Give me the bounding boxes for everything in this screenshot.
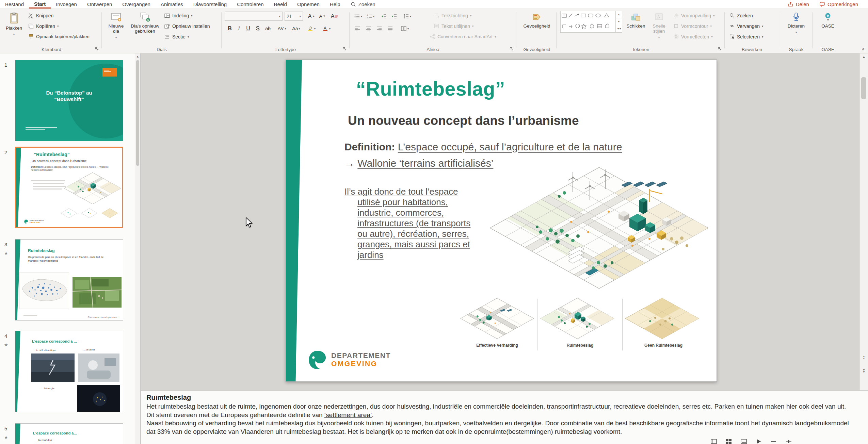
grow-font-button[interactable]: A▲ — [306, 12, 317, 21]
align-left-button[interactable] — [353, 24, 362, 33]
slide-title[interactable]: “Ruimtebeslag” — [356, 78, 505, 100]
oase-button[interactable]: OASE — [816, 10, 839, 45]
zoom-out-icon[interactable] — [771, 439, 777, 444]
tab-invoegen[interactable]: Invoegen — [51, 0, 82, 9]
status-bar-view-icons[interactable] — [711, 439, 792, 444]
font-name-combobox[interactable]: ▾ — [225, 12, 283, 21]
dialog-launcher-icon[interactable] — [342, 47, 347, 51]
text-direction-button[interactable]: Tekstrichting ▾ — [432, 11, 473, 20]
reuse-slides-button[interactable]: Dia's opnieuw gebruiken — [130, 10, 160, 45]
search-box[interactable]: Zoeken — [345, 0, 381, 9]
thumbnail-panel-scrollbar[interactable]: ▲ — [135, 53, 140, 444]
tab-overgangen[interactable]: Overgangen — [117, 0, 156, 9]
shrink-font-button[interactable]: A▼ — [317, 12, 327, 21]
bold-button[interactable]: B — [225, 24, 234, 33]
align-right-button[interactable] — [374, 24, 384, 33]
section-button[interactable]: Sectie ▾ — [163, 32, 190, 41]
notes-pane[interactable]: Ruimtebeslag Het ruimtebeslag bestaat ui… — [141, 390, 868, 444]
align-center-button[interactable] — [364, 24, 373, 33]
tab-help[interactable]: Help — [325, 0, 345, 9]
highlight-color-button[interactable]: ▾ — [305, 24, 318, 33]
character-spacing-button[interactable]: AV▾ — [276, 24, 288, 33]
paste-button[interactable]: Plakken ▾ — [3, 10, 25, 45]
next-slide-button[interactable]: ▼▼ — [860, 369, 868, 373]
thumb2-body-bar — [33, 183, 64, 184]
tab-controleren[interactable]: Controleren — [232, 0, 269, 9]
reading-view-icon[interactable] — [741, 439, 747, 444]
numbering-button[interactable]: 12 ▾ — [365, 12, 376, 21]
vertical-scrollbar[interactable]: ▲ ▲▲ ▼▼ — [859, 53, 868, 390]
sensitivity-button[interactable]: Gevoeligheid — [522, 10, 551, 45]
slide-canvas[interactable]: “Ruimtebeslag” Un nouveau concept dans l… — [286, 60, 717, 382]
find-button[interactable]: Zoeken — [728, 11, 754, 20]
normal-view-icon[interactable] — [711, 439, 717, 444]
tab-opnemen[interactable]: Opnemen — [292, 0, 325, 9]
tab-ontwerpen[interactable]: Ontwerpen — [82, 0, 117, 9]
slide-thumbnail-2[interactable]: “Ruimtebeslag” Un nouveau concept dans l… — [15, 147, 123, 228]
strikethrough-button[interactable]: ab — [263, 24, 273, 33]
tab-start[interactable]: Start — [29, 0, 51, 9]
comments-button[interactable]: Opmerkingen — [814, 0, 863, 9]
format-painter-button[interactable]: Opmaak kopiëren/plakken — [27, 32, 91, 41]
shape-fill-button[interactable]: Vormopvulling ▾ — [672, 11, 716, 20]
cut-button[interactable]: Knippen — [27, 11, 55, 20]
scrollbar-thumb[interactable] — [861, 77, 866, 99]
justify-button[interactable] — [385, 24, 395, 33]
layout-button[interactable]: Indeling ▾ — [163, 11, 194, 20]
gallery-up-icon[interactable]: ▲ — [616, 11, 622, 18]
bullets-button[interactable]: ▾ — [353, 12, 364, 21]
slideshow-icon[interactable] — [756, 439, 762, 444]
scroll-up-icon[interactable]: ▲ — [135, 55, 140, 58]
slide-accent-wedge — [286, 60, 307, 381]
scroll-up-icon[interactable]: ▲ — [860, 55, 868, 59]
gallery-more-icon[interactable]: ▼▾ — [616, 25, 622, 32]
slide-sorter-icon[interactable] — [726, 439, 732, 444]
slide-thumbnail-3[interactable]: Ruimtebeslag On prends de plus en plus d… — [15, 239, 123, 320]
increase-indent-button[interactable] — [389, 12, 399, 21]
convert-smartart-button[interactable]: Converteren naar SmartArt ▾ — [428, 32, 498, 41]
dialog-launcher-icon[interactable] — [95, 47, 99, 51]
columns-button[interactable]: ▾ — [399, 24, 411, 33]
settlement-area-link[interactable]: ‘settlement area’ — [324, 411, 372, 418]
tab-beeld[interactable]: Beeld — [269, 0, 292, 9]
dictate-button[interactable]: Dicteren ▾ — [785, 10, 808, 45]
quick-styles-button[interactable]: A Snelle stijlen ▾ — [648, 10, 670, 45]
clear-formatting-button[interactable]: A — [329, 12, 340, 21]
shapes-gallery-scroll[interactable]: ▲ ▼ ▼▾ — [615, 11, 622, 32]
tab-diavoorstelling[interactable]: Diavoorstelling — [188, 0, 232, 9]
zoom-slider-icon[interactable] — [786, 439, 792, 444]
font-color-button[interactable]: A ▾ — [320, 24, 333, 33]
arrange-button[interactable]: Schikken — [625, 10, 647, 45]
slide-thumbnail-1[interactable]: Du “Betonstop” au “Bouwshift” — [15, 60, 123, 141]
shape-outline-button[interactable]: Vormcontour ▾ — [672, 21, 713, 31]
line-spacing-button[interactable]: ▾ — [402, 12, 413, 21]
previous-slide-button[interactable]: ▲▲ — [860, 356, 868, 360]
shape-effects-button[interactable]: Vormeffecten ▾ — [672, 32, 714, 41]
slide-thumbnail-4[interactable]: L'espace correspond à ... ...le défi cli… — [15, 331, 123, 412]
tab-animaties[interactable]: Animaties — [156, 0, 188, 9]
replace-button[interactable]: Vervangen ▾ — [728, 21, 765, 31]
dialog-launcher-icon[interactable] — [509, 47, 514, 51]
underline-button[interactable]: U — [244, 24, 253, 33]
collapse-ribbon-icon[interactable]: ∧ — [862, 47, 865, 51]
scrollbar-thumb[interactable] — [136, 60, 139, 166]
italic-button[interactable]: I — [235, 24, 243, 33]
decrease-indent-button[interactable] — [379, 12, 389, 21]
slide-thumbnail-5[interactable]: L'espace correspond à... ...la mobilité — [15, 423, 123, 444]
text-shadow-button[interactable]: S — [253, 24, 262, 33]
change-case-button[interactable]: Aa▾ — [290, 24, 302, 33]
font-size-combobox[interactable]: 21 ▾ — [285, 12, 303, 21]
dialog-launcher-icon[interactable] — [718, 47, 722, 51]
tab-bestand[interactable]: Bestand — [0, 0, 29, 9]
slide-subtitle[interactable]: Un nouveau concept dans l’urbanisme — [348, 114, 579, 128]
align-text-button[interactable]: Tekst uitlijnen ▾ — [432, 21, 475, 31]
gallery-down-icon[interactable]: ▼ — [616, 18, 622, 26]
share-button[interactable]: Delen — [783, 0, 814, 9]
shapes-gallery[interactable]: ▲ ▼ ▼▾ — [560, 11, 622, 33]
reset-button[interactable]: Opnieuw instellen — [163, 21, 211, 31]
copy-button[interactable]: Kopiëren ▾ — [27, 21, 60, 31]
landuse-illustration[interactable] — [486, 161, 711, 297]
slide-body-text[interactable]: Il’s agit donc de tout l’espace utilisé … — [344, 186, 478, 260]
select-button[interactable]: Selecteren ▾ — [728, 32, 765, 41]
new-slide-button[interactable]: Nieuwe dia ▾ — [105, 10, 127, 45]
